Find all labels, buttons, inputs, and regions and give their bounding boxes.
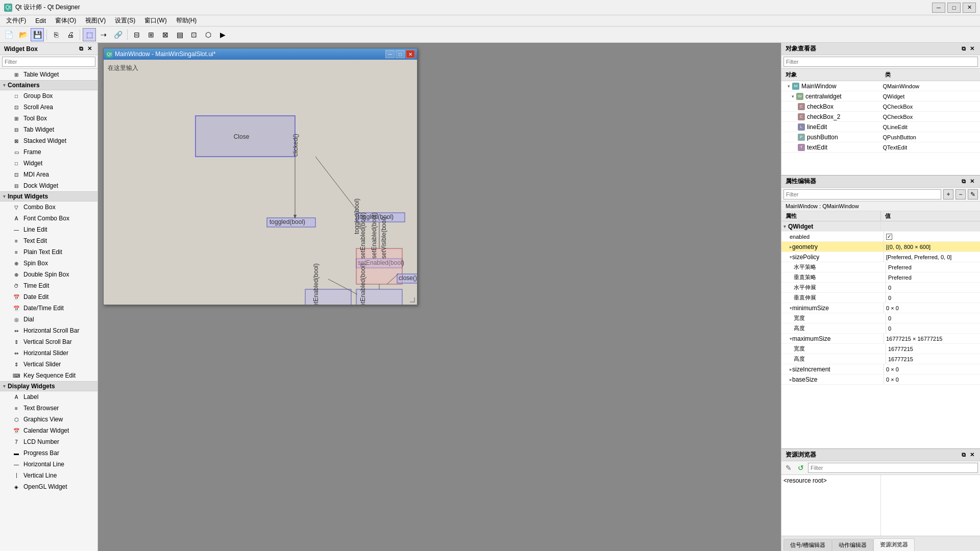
prop-row-minsize[interactable]: ▾ minimumSize 0 × 0	[781, 303, 980, 313]
obj-filter-input[interactable]	[783, 57, 978, 67]
obj-row-checkbox2[interactable]: C checkBox_2 QCheckBox	[781, 112, 980, 122]
form-close-btn[interactable]: ✕	[406, 50, 415, 58]
widget-item-date-edit[interactable]: 📅 Date Edit	[0, 291, 97, 303]
resource-refresh-btn[interactable]: ↺	[796, 463, 806, 473]
widget-item-text-edit[interactable]: ≡ Text Edit	[0, 235, 97, 246]
menu-settings[interactable]: 设置(S)	[111, 15, 139, 26]
obj-inspector-close-btn[interactable]: ✕	[968, 45, 976, 53]
obj-row-textedit[interactable]: T textEdit QTextEdit	[781, 142, 980, 153]
resize-handle[interactable]	[410, 297, 415, 303]
widget-item-v-line[interactable]: ⏐ Vertical Line	[0, 470, 97, 481]
layout-grid-btn[interactable]: ⊠	[159, 28, 172, 41]
form-maximize-btn[interactable]: □	[396, 50, 405, 58]
prop-add-btn[interactable]: +	[943, 189, 953, 199]
tab-resource-browser[interactable]: 资源浏览器	[873, 538, 915, 551]
preview-btn[interactable]: ▶	[216, 28, 229, 41]
window-controls[interactable]: ─ □ ✕	[932, 3, 976, 13]
widget-item-plain-text-edit[interactable]: ≡ Plain Text Edit	[0, 246, 97, 258]
prop-row-geometry[interactable]: ▸ geometry [(0, 0), 800 × 600]	[781, 242, 980, 252]
prop-row-v-policy[interactable]: 垂直策略 Preferred	[781, 272, 980, 283]
widget-item-h-line[interactable]: — Horizontal Line	[0, 459, 97, 470]
widget-item-spin-box[interactable]: ⊕ Spin Box	[0, 258, 97, 269]
resource-float-btn[interactable]: ⧉	[960, 451, 967, 459]
resource-filter-input[interactable]	[808, 463, 978, 473]
prop-row-h-policy[interactable]: 水平策略 Preferred	[781, 262, 980, 272]
save-button[interactable]: 💾	[31, 28, 44, 41]
widget-item-h-slider[interactable]: ⇔ Horizontal Slider	[0, 347, 97, 359]
signal-slot-btn[interactable]: ⇢	[97, 28, 110, 41]
widget-item-graphics-view[interactable]: ⬡ Graphics View	[0, 414, 97, 425]
widget-item-tool-box[interactable]: ⊞ Tool Box	[0, 113, 97, 124]
tab-action-editor[interactable]: 动作编辑器	[832, 539, 873, 551]
widget-item-double-spin-box[interactable]: ⊕ Double Spin Box	[0, 269, 97, 280]
resource-edit-btn[interactable]: ✎	[783, 463, 794, 473]
widget-item-dial[interactable]: ◎ Dial	[0, 314, 97, 325]
design-canvas[interactable]: Qt MainWindow - MainWinSingalSlot.ui* ─ …	[98, 43, 781, 551]
widget-item-frame[interactable]: ▭ Frame	[0, 146, 97, 158]
widget-item-calendar-widget[interactable]: 📅 Calendar Widget	[0, 425, 97, 436]
open-button[interactable]: 📂	[16, 28, 30, 41]
widget-item-mdi-area[interactable]: ⊡ MDI Area	[0, 169, 97, 180]
widget-item-font-combo-box[interactable]: A Font Combo Box	[0, 213, 97, 224]
print-button[interactable]: 🖨	[64, 28, 77, 41]
widget-item-opengl-widget[interactable]: ◈ OpenGL Widget	[0, 481, 97, 492]
form-content[interactable]: 在这里输入 Close clicked() toggled(bool)	[104, 60, 417, 305]
resource-close-btn[interactable]: ✕	[968, 451, 976, 459]
category-display-widgets[interactable]: ▾ Display Widgets	[0, 381, 97, 391]
obj-inspector-float-btn[interactable]: ⧉	[960, 45, 967, 53]
widget-filter-input[interactable]	[2, 57, 95, 67]
prop-row-v-stretch[interactable]: 垂直伸展 0	[781, 293, 980, 303]
widget-item-key-seq-edit[interactable]: ⌨ Key Sequence Edit	[0, 370, 97, 381]
obj-row-mainwindow[interactable]: ▾ M MainWindow QMainWindow	[781, 81, 980, 91]
property-filter-input[interactable]	[783, 189, 941, 199]
widget-item-v-scroll-bar[interactable]: ⇕ Vertical Scroll Bar	[0, 336, 97, 347]
widget-item-widget[interactable]: □ Widget	[0, 158, 97, 169]
widget-box-close-btn[interactable]: ✕	[86, 45, 93, 53]
layout-vertical-btn[interactable]: ⊞	[144, 28, 158, 41]
prop-row-sizeincrement[interactable]: ▸ sizeIncrement 0 × 0	[781, 364, 980, 374]
prop-category-qwidget[interactable]: ▾ QWidget	[781, 221, 980, 232]
minimize-button[interactable]: ─	[932, 3, 945, 13]
copy-button[interactable]: ⎘	[50, 28, 63, 41]
buddy-btn[interactable]: 🔗	[111, 28, 125, 41]
maximize-button[interactable]: □	[947, 3, 961, 13]
form-minimize-btn[interactable]: ─	[385, 50, 395, 58]
prop-row-h-stretch[interactable]: 水平伸展 0	[781, 283, 980, 293]
layout-horizontal-btn[interactable]: ⊟	[130, 28, 143, 41]
widget-item-scroll-area[interactable]: ⊡ Scroll Area	[0, 102, 97, 113]
break-layout-btn[interactable]: ⊡	[187, 28, 201, 41]
category-input-widgets[interactable]: ▾ Input Widgets	[0, 191, 97, 202]
widget-item-group-box[interactable]: □ Group Box	[0, 90, 97, 102]
menu-help[interactable]: 帮助(H)	[172, 15, 201, 26]
prop-remove-btn[interactable]: −	[955, 189, 966, 199]
obj-row-lineedit[interactable]: L lineEdit QLineEdit	[781, 122, 980, 132]
widget-item-table-widget[interactable]: ⊞ Table Widget	[0, 69, 97, 80]
prop-row-maxwidth[interactable]: 宽度 16777215	[781, 344, 980, 354]
widget-box-float-btn[interactable]: ⧉	[78, 45, 85, 53]
prop-row-sizepolicy[interactable]: ▾ sizePolicy [Preferred, Preferred, 0, 0…	[781, 252, 980, 262]
enabled-checkbox[interactable]: ✓	[886, 234, 892, 240]
widget-item-lcd-number[interactable]: 7 LCD Number	[0, 436, 97, 447]
layout-form-btn[interactable]: ▤	[173, 28, 186, 41]
widget-item-label[interactable]: A Label	[0, 391, 97, 403]
widget-item-h-scroll-bar[interactable]: ⇔ Horizontal Scroll Bar	[0, 325, 97, 336]
close-button[interactable]: ✕	[963, 3, 976, 13]
widget-item-v-slider[interactable]: ⇕ Vertical Slider	[0, 359, 97, 370]
prop-row-basesize[interactable]: ▸ baseSize 0 × 0	[781, 374, 980, 385]
menu-form[interactable]: 窗体(O)	[51, 15, 80, 26]
widget-item-dock-widget[interactable]: ⊟ Dock Widget	[0, 180, 97, 191]
widget-item-text-browser[interactable]: ≡ Text Browser	[0, 403, 97, 414]
widget-item-progress-bar[interactable]: ▬ Progress Bar	[0, 447, 97, 459]
widget-item-time-edit[interactable]: ⏱ Time Edit	[0, 280, 97, 291]
widget-item-tab-widget[interactable]: ⊟ Tab Widget	[0, 124, 97, 135]
prop-edit-btn[interactable]: ✎	[968, 189, 978, 199]
adjust-size-btn[interactable]: ⬡	[202, 28, 215, 41]
obj-row-pushbutton[interactable]: P pushButton QPushButton	[781, 132, 980, 142]
tab-signal-slot[interactable]: 信号/槽编辑器	[783, 539, 832, 551]
widget-item-datetime-edit[interactable]: 📅 Date/Time Edit	[0, 303, 97, 314]
menu-file[interactable]: 文件(F)	[2, 15, 30, 26]
prop-editor-float-btn[interactable]: ⧉	[960, 178, 967, 185]
prop-editor-close-btn[interactable]: ✕	[968, 178, 976, 185]
category-containers[interactable]: ▾ Containers	[0, 80, 97, 90]
widget-item-stacked-widget[interactable]: ⊠ Stacked Widget	[0, 135, 97, 146]
